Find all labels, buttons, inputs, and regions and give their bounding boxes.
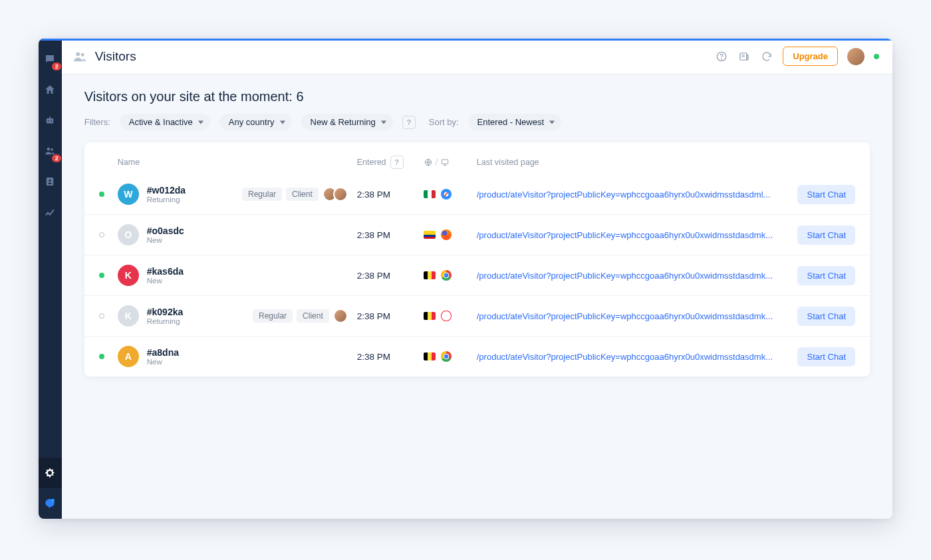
entered-time: 2:38 PM [357,352,424,362]
visitors-badge: 2 [52,154,61,162]
nav-visitors[interactable]: 2 [41,142,59,160]
country-flag-icon [424,190,436,198]
start-chat-button[interactable]: Start Chat [797,185,855,204]
entered-help[interactable]: ? [390,156,404,169]
svg-point-8 [51,499,55,502]
nav-analytics[interactable] [41,204,59,221]
visitor-avatar: K [118,265,139,286]
last-visited-page[interactable]: /product/ateVisitor?projectPublicKey=wph… [477,190,782,200]
th-page: Last visited page [477,158,782,167]
news-icon[interactable] [737,50,751,63]
table-row: O#o0asdcNew2:38 PM/product/ateVisitor?pr… [84,214,870,255]
content: Visitors on your site at the moment: 6 F… [62,74,892,391]
country-flag-icon [424,312,436,320]
start-chat-button[interactable]: Start Chat [797,225,855,245]
svg-point-4 [47,148,51,151]
chat-badge: 2 [52,63,61,70]
desktop-icon [440,158,450,167]
svg-rect-3 [50,116,51,118]
visitor-avatar: O [118,224,139,245]
visitor-name[interactable]: #kas6da [147,266,184,277]
visitor-avatar: K [118,305,139,327]
visitor-status: New [147,277,184,285]
heading-prefix: Visitors on your site at the moment: [84,89,297,104]
start-chat-button[interactable]: Start Chat [797,307,855,326]
visitors-table: Name Entered ? / Last visited page W#w01… [84,142,870,376]
filter-activity[interactable]: Active & Inactive [120,114,210,130]
header: Visitors Upgrade [62,39,892,74]
svg-rect-18 [442,160,448,164]
locale-cell [424,189,477,200]
last-visited-page[interactable]: /product/ateVisitor?projectPublicKey=wph… [477,311,782,321]
svg-point-1 [48,120,49,122]
nav-chat[interactable]: 2 [41,51,59,68]
table-row: W#w012daReturningRegularClient2:38 PM/pr… [84,174,870,214]
visitor-status: Returning [147,317,184,325]
visitor-name[interactable]: #w012da [147,185,186,196]
top-accent-bar [39,39,892,41]
page-title: Visitors [95,49,136,64]
last-visited-page[interactable]: /product/ateVisitor?projectPublicKey=wph… [477,271,782,281]
nav-contacts[interactable] [41,173,59,190]
app-window: 2 2 [39,39,892,519]
svg-rect-0 [47,118,54,124]
th-entered-label: Entered [357,158,386,167]
globe-icon [424,158,433,167]
svg-point-2 [51,120,53,122]
nav-bot[interactable] [41,112,59,129]
visitor-tags: RegularClient [242,187,348,202]
visitor-tags: RegularClient [253,309,348,323]
refresh-icon[interactable] [760,50,773,63]
visitor-name[interactable]: #k092ka [147,307,184,317]
th-locale: / [424,158,477,167]
country-flag-icon [424,271,436,279]
page-heading: Visitors on your site at the moment: 6 [84,89,870,104]
table-head: Name Entered ? / Last visited page [84,146,870,174]
svg-point-5 [51,148,54,151]
presence-dot [99,232,104,237]
tag: Client [297,309,329,323]
upgrade-button[interactable]: Upgrade [783,47,838,66]
user-avatar[interactable] [847,48,864,65]
sort-label: Sort by: [429,117,459,127]
nav-home[interactable] [41,81,59,98]
browser-icon [441,189,452,200]
visitor-name[interactable]: #o0asdc [147,225,184,236]
tag: Regular [253,309,293,323]
visitors-icon [72,49,87,64]
nav-brand-logo[interactable] [39,488,62,519]
last-visited-page[interactable]: /product/ateVisitor?projectPublicKey=wph… [477,352,782,362]
filters-row: Filters: Active & Inactive Any country N… [84,114,870,130]
visitor-name[interactable]: #a8dna [147,347,179,358]
table-row: K#k092kaReturningRegularClient2:38 PM/pr… [84,295,870,336]
filters-label: Filters: [84,117,110,127]
th-name: Name [118,158,357,167]
filters-help[interactable]: ? [402,116,416,129]
visitor-status: New [147,358,179,366]
entered-time: 2:38 PM [357,190,424,200]
tag: Client [286,188,319,201]
sort-select[interactable]: Entered - Newest [468,114,561,130]
svg-point-10 [80,53,84,56]
assignee-avatars [333,309,348,323]
locale-cell [424,311,477,321]
table-row: A#a8dnaNew2:38 PM/product/ateVisitor?pro… [84,336,870,376]
browser-icon [441,351,452,362]
filter-type[interactable]: New & Returning [301,114,393,130]
browser-icon [441,270,452,281]
start-chat-button[interactable]: Start Chat [797,266,855,285]
svg-point-12 [722,59,722,59]
presence-dot [99,192,104,197]
country-flag-icon [424,231,436,239]
nav-settings[interactable] [39,458,62,488]
visitor-avatar: A [118,346,139,367]
locale-cell [424,351,477,362]
locale-cell [424,229,477,240]
filter-country[interactable]: Any country [219,114,292,130]
help-icon[interactable] [715,50,728,63]
last-visited-page[interactable]: /product/ateVisitor?projectPublicKey=wph… [477,230,782,240]
visitor-status: Returning [147,196,186,204]
start-chat-button[interactable]: Start Chat [797,347,855,366]
sidebar: 2 2 [39,39,62,519]
entered-time: 2:38 PM [357,230,424,240]
